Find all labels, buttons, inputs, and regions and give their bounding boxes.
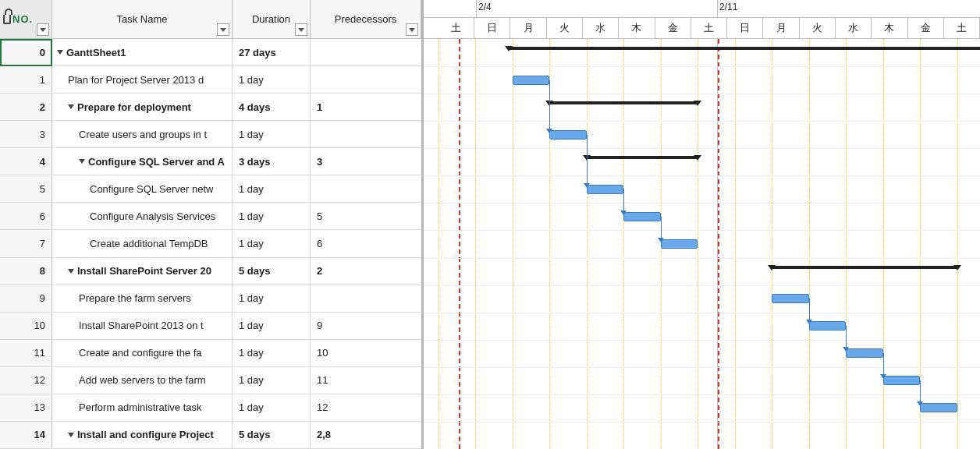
predecessors-cell[interactable]: 2,8 xyxy=(311,422,421,448)
predecessors-cell[interactable] xyxy=(311,66,421,93)
duration-cell[interactable]: 27 days xyxy=(233,39,311,65)
collapse-toggle-icon[interactable] xyxy=(79,159,85,164)
row-no[interactable]: 3 xyxy=(0,121,52,147)
collapse-toggle-icon[interactable] xyxy=(68,104,74,109)
summary-bar[interactable] xyxy=(549,101,698,104)
column-header-task[interactable]: Task Name xyxy=(52,0,233,38)
task-bar[interactable] xyxy=(587,185,624,194)
duration-cell[interactable]: 1 day xyxy=(233,121,311,147)
row-no[interactable]: 2 xyxy=(0,94,52,120)
predecessors-cell[interactable]: 9 xyxy=(311,313,421,339)
duration-cell[interactable]: 1 day xyxy=(233,175,311,202)
table-row[interactable]: 1Plan for Project Server 2013 d1 day xyxy=(0,66,421,94)
table-row[interactable]: 10Install SharePoint 2013 on t1 day9 xyxy=(0,313,421,340)
filter-button-duration[interactable] xyxy=(295,23,307,36)
gantt-body[interactable] xyxy=(424,39,980,449)
row-no[interactable]: 6 xyxy=(0,203,52,229)
table-row[interactable]: 14Install and configure Project5 days2,8 xyxy=(0,422,421,449)
task-name-cell[interactable]: Install SharePoint 2013 on t xyxy=(52,313,233,339)
row-no[interactable]: 11 xyxy=(0,340,52,366)
collapse-toggle-icon[interactable] xyxy=(57,50,63,55)
predecessors-cell[interactable]: 2 xyxy=(311,258,421,285)
table-row[interactable]: 12Add web servers to the farm1 day11 xyxy=(0,367,421,394)
table-row[interactable]: 13Perform administrative task1 day12 xyxy=(0,394,421,422)
row-no[interactable]: 4 xyxy=(0,148,52,175)
predecessors-cell[interactable]: 10 xyxy=(311,340,421,366)
row-no[interactable]: 13 xyxy=(0,394,52,421)
duration-cell[interactable]: 1 day xyxy=(233,230,311,256)
duration-cell[interactable]: 1 day xyxy=(233,313,311,339)
task-bar[interactable] xyxy=(623,212,661,221)
filter-button-no[interactable] xyxy=(37,23,49,36)
predecessors-cell[interactable] xyxy=(311,121,421,147)
row-no[interactable]: 5 xyxy=(0,175,52,202)
column-header-predecessors[interactable]: Predecessors xyxy=(311,0,421,38)
task-bar[interactable] xyxy=(513,76,550,85)
task-name-cell[interactable]: GanttSheet1 xyxy=(52,39,233,65)
duration-cell[interactable]: 5 days xyxy=(233,258,311,285)
predecessors-cell[interactable]: 6 xyxy=(311,230,421,256)
duration-cell[interactable]: 3 days xyxy=(233,148,311,175)
task-bar[interactable] xyxy=(772,294,809,303)
summary-bar[interactable] xyxy=(772,266,957,269)
task-name-cell[interactable]: Prepare for deployment xyxy=(52,94,233,120)
summary-bar[interactable] xyxy=(509,47,980,50)
table-row[interactable]: 3Create users and groups in t1 day xyxy=(0,121,421,148)
table-row[interactable]: 5Configure SQL Server netw1 day xyxy=(0,175,421,203)
task-name-cell[interactable]: Plan for Project Server 2013 d xyxy=(52,66,233,93)
task-name-cell[interactable]: Install and configure Project xyxy=(52,422,233,448)
row-no[interactable]: 1 xyxy=(0,66,52,93)
predecessors-cell[interactable] xyxy=(311,175,421,202)
duration-cell[interactable]: 1 day xyxy=(233,285,311,312)
task-name-cell[interactable]: Create additional TempDB xyxy=(52,230,233,256)
table-row[interactable]: 4Configure SQL Server and A3 days3 xyxy=(0,148,421,175)
predecessors-cell[interactable]: 3 xyxy=(311,148,421,175)
task-name-cell[interactable]: Configure Analysis Services xyxy=(52,203,233,229)
filter-button-predecessors[interactable] xyxy=(406,23,418,36)
table-row[interactable]: 7Create additional TempDB1 day6 xyxy=(0,230,421,257)
gantt-chart[interactable]: 2/42/11 土日月火水木金土日月火水木金土 xyxy=(424,0,980,449)
row-no[interactable]: 8 xyxy=(0,258,52,285)
predecessors-cell[interactable]: 11 xyxy=(311,367,421,394)
duration-cell[interactable]: 1 day xyxy=(233,340,311,366)
row-no[interactable]: 10 xyxy=(0,313,52,339)
task-name-cell[interactable]: Prepare the farm servers xyxy=(52,285,233,312)
task-name-cell[interactable]: Create and configure the fa xyxy=(52,340,233,366)
row-no[interactable]: 7 xyxy=(0,230,52,256)
task-name-cell[interactable]: Configure SQL Server netw xyxy=(52,175,233,202)
row-no[interactable]: 14 xyxy=(0,422,52,448)
task-name-cell[interactable]: Create users and groups in t xyxy=(52,121,233,147)
table-row[interactable]: 0GanttSheet127 days xyxy=(0,39,421,66)
task-name-cell[interactable]: Configure SQL Server and A xyxy=(52,148,233,175)
row-no[interactable]: 9 xyxy=(0,285,52,312)
table-row[interactable]: 2Prepare for deployment4 days1 xyxy=(0,94,421,121)
task-bar[interactable] xyxy=(809,321,847,331)
table-row[interactable]: 11Create and configure the fa1 day10 xyxy=(0,340,421,367)
predecessors-cell[interactable]: 12 xyxy=(311,394,421,421)
summary-bar[interactable] xyxy=(587,156,698,159)
task-name-cell[interactable]: Perform administrative task xyxy=(52,394,233,421)
predecessors-cell[interactable]: 1 xyxy=(311,94,421,120)
duration-cell[interactable]: 1 day xyxy=(233,203,311,229)
filter-button-task[interactable] xyxy=(217,23,229,36)
duration-cell[interactable]: 4 days xyxy=(233,94,311,120)
task-bar[interactable] xyxy=(549,130,587,140)
task-bar[interactable] xyxy=(846,348,883,358)
table-row[interactable]: 6Configure Analysis Services1 day5 xyxy=(0,203,421,230)
task-bar[interactable] xyxy=(920,403,957,412)
column-header-duration[interactable]: Duration xyxy=(233,0,311,38)
table-row[interactable]: 9Prepare the farm servers1 day xyxy=(0,285,421,313)
row-no[interactable]: 0 xyxy=(0,39,52,65)
collapse-toggle-icon[interactable] xyxy=(68,433,74,437)
predecessors-cell[interactable] xyxy=(311,39,421,65)
duration-cell[interactable]: 1 day xyxy=(233,394,311,421)
duration-cell[interactable]: 1 day xyxy=(233,367,311,394)
row-no[interactable]: 12 xyxy=(0,367,52,394)
duration-cell[interactable]: 1 day xyxy=(233,66,311,93)
predecessors-cell[interactable]: 5 xyxy=(311,203,421,229)
task-name-cell[interactable]: Add web servers to the farm xyxy=(52,367,233,394)
task-bar[interactable] xyxy=(661,239,698,249)
column-header-no[interactable]: NO. xyxy=(0,0,52,38)
task-bar[interactable] xyxy=(883,376,921,385)
task-name-cell[interactable]: Install SharePoint Server 20 xyxy=(52,258,233,285)
